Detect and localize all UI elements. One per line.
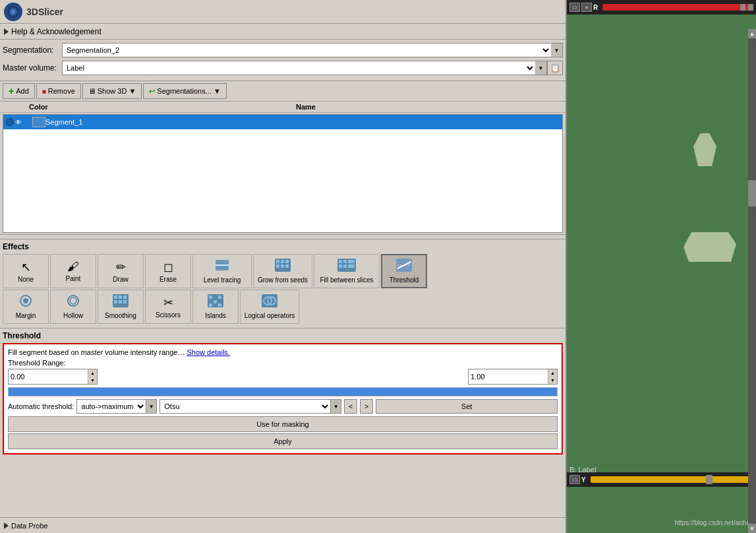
col-color-header: Color [29, 103, 49, 111]
svg-rect-6 [276, 260, 279, 263]
svg-point-27 [70, 298, 76, 304]
seg-eye-icon[interactable]: 👁 [15, 119, 22, 126]
svg-rect-13 [339, 260, 342, 263]
app-title: 3DSlicer [26, 7, 63, 17]
erase-icon: ◻ [163, 260, 173, 274]
range-min-wrap: ▲ ▼ [8, 369, 98, 385]
effect-grow-from-seeds[interactable]: Grow from seeds [253, 254, 312, 288]
add-icon: + [9, 86, 14, 96]
col-name-header: Name [49, 103, 563, 111]
list-header: Color Name [0, 102, 566, 113]
apply-button[interactable]: Apply [8, 433, 558, 449]
r-ctrl-btn-2[interactable]: × [581, 3, 592, 12]
segmentation-select[interactable]: Segmentation_2 [62, 43, 551, 57]
expand-icon [4, 28, 9, 35]
svg-rect-11 [285, 265, 289, 268]
segmentation-label: Segmentation: [3, 46, 62, 55]
svg-rect-17 [339, 265, 342, 268]
svg-rect-20 [351, 265, 355, 268]
effect-level-tracing[interactable]: Level tracing [192, 254, 252, 288]
threshold-slider[interactable] [8, 387, 558, 396]
r-slider[interactable] [602, 4, 753, 11]
svg-rect-40 [218, 303, 221, 307]
seg-color-swatch[interactable] [32, 117, 45, 127]
effect-logical-operators[interactable]: Logical operators [240, 290, 299, 324]
anatomy-shape-2 [683, 232, 736, 262]
range-min-up[interactable]: ▲ [88, 369, 97, 377]
show3d-button[interactable]: 🖥 Show 3D ▼ [82, 83, 142, 99]
y-bar: □ Y [567, 472, 756, 487]
islands-icon [208, 294, 223, 311]
effect-draw[interactable]: ✏ Draw [98, 254, 144, 288]
effect-paint[interactable]: 🖌 Paint [50, 254, 96, 288]
effect-none[interactable]: ↖ None [3, 254, 49, 288]
svg-rect-7 [281, 260, 284, 263]
remove-icon: ■ [42, 88, 46, 95]
svg-rect-38 [214, 300, 217, 303]
range-max-up[interactable]: ▲ [548, 369, 557, 377]
segmentations-button[interactable]: ↩ Segmentations... ▼ [143, 83, 226, 99]
prev-btn[interactable]: < [344, 399, 357, 414]
segmentation-select-wrap: Segmentation_2 ▼ [62, 43, 563, 57]
drag-handle[interactable]: · · · [0, 234, 566, 239]
next-btn[interactable]: > [360, 399, 373, 414]
masking-button[interactable]: Use for masking [8, 416, 558, 432]
effects-title: Effects [3, 242, 563, 251]
effect-islands[interactable]: Islands [192, 290, 239, 324]
threshold-title: Threshold [0, 329, 566, 342]
effect-scissors[interactable]: ✂ Scissors [145, 290, 191, 324]
r-ctrl-btn-1[interactable]: □ [569, 3, 580, 12]
scissors-icon: ✂ [163, 296, 173, 310]
help-label: Help & Acknowledgement [11, 27, 102, 36]
help-section[interactable]: Help & Acknowledgement [0, 24, 566, 40]
y-slider[interactable] [591, 476, 753, 483]
svg-rect-30 [119, 296, 122, 299]
svg-rect-10 [281, 265, 284, 268]
draw-icon: ✏ [116, 260, 126, 274]
effect-smoothing[interactable]: Smoothing [98, 290, 144, 324]
master-volume-label: Master volume: [3, 63, 62, 73]
y-ctrl-btn[interactable]: □ [569, 475, 580, 484]
effect-margin[interactable]: Margin [3, 290, 49, 324]
effect-fill-between-slices[interactable]: Fill between slices [314, 254, 380, 288]
svg-rect-8 [285, 260, 289, 263]
table-row[interactable]: 👁 Segment_1 [3, 115, 562, 129]
threshold-description: Fill segment based on master volume inte… [8, 348, 558, 356]
range-min-input[interactable] [9, 369, 88, 384]
right-scrollbar[interactable]: ▲ ▼ [748, 29, 756, 533]
effect-hollow[interactable]: Hollow [50, 290, 96, 324]
remove-button[interactable]: ■ Remove [36, 83, 81, 99]
right-panel: □ × R B: Label □ Y https://blog.csdn.net… [567, 0, 756, 533]
svg-rect-34 [123, 300, 127, 303]
master-volume-dropdown-arrow[interactable]: ▼ [535, 61, 547, 75]
effect-erase[interactable]: ◻ Erase [145, 254, 191, 288]
range-max-down[interactable]: ▼ [548, 377, 557, 384]
show-details-link[interactable]: Show details. [187, 348, 229, 356]
svg-rect-19 [348, 265, 351, 268]
otsu-arrow[interactable]: ▼ [330, 400, 341, 413]
svg-rect-16 [351, 260, 355, 263]
add-button[interactable]: + Add [3, 83, 35, 99]
effects-row-2: Margin Hollow Smoothing ✂ Scissors [3, 290, 563, 324]
data-probe[interactable]: Data Probe [0, 517, 566, 533]
svg-rect-37 [218, 296, 221, 299]
svg-rect-32 [114, 300, 117, 303]
auto-threshold-row: Automatic threshold: auto->maximum ▼ Ots… [8, 399, 558, 414]
svg-rect-14 [343, 260, 347, 263]
segmentation-dropdown-arrow[interactable]: ▼ [551, 43, 563, 57]
book-icon[interactable]: 📋 [547, 61, 563, 75]
threshold-range-label: Threshold Range: [8, 359, 558, 367]
auto-method-arrow[interactable]: ▼ [146, 400, 156, 413]
right-content: B: Label □ Y https://blog.csdn.net/anhec… [567, 15, 756, 533]
range-min-down[interactable]: ▼ [88, 377, 97, 384]
svg-rect-29 [114, 296, 117, 299]
none-icon: ↖ [21, 260, 31, 274]
range-max-spin: ▲ ▼ [548, 369, 557, 384]
master-volume-select[interactable]: Label [62, 61, 535, 75]
effect-threshold[interactable]: Threshold [381, 254, 427, 288]
range-max-input[interactable] [469, 369, 548, 384]
set-button[interactable]: Set [376, 399, 558, 414]
otsu-select[interactable]: Otsu [160, 400, 330, 413]
auto-method-select[interactable]: auto->maximum [77, 400, 146, 413]
app-header: 3DSlicer [0, 0, 566, 24]
